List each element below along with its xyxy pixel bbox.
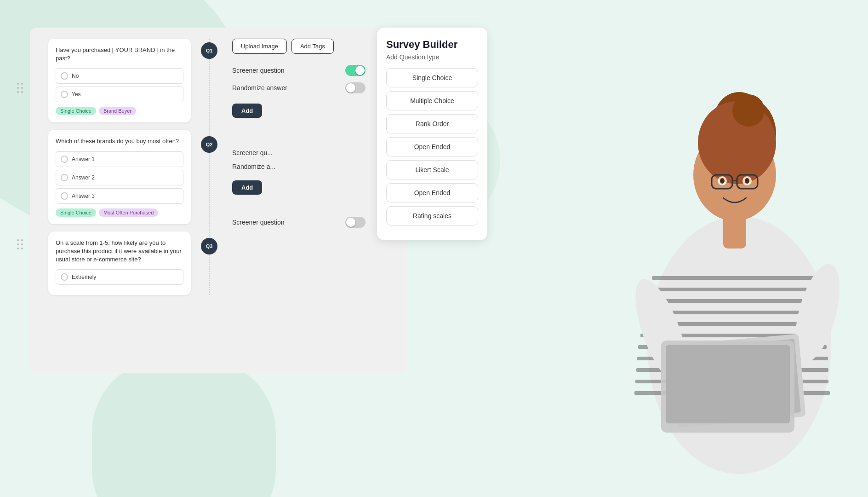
screener-label-3: Screener question [232,219,285,226]
drag-handle-q1[interactable] [17,83,24,94]
tag-single-choice-2: Single Choice [56,208,96,217]
answer-option-2-1[interactable]: Answer 1 [56,151,183,167]
radio-extremely[interactable] [61,273,68,281]
survey-builder-subtitle: Add Question type [386,53,478,61]
question-card-2: Which of these brands do you buy most of… [48,130,191,224]
question-card-3: On a scale from 1-5, how likely are you … [48,231,191,295]
add-tags-button[interactable]: Add Tags [291,39,334,54]
answer-label-3: Answer 3 [72,193,95,199]
svg-rect-31 [666,345,790,423]
qtype-rank-order[interactable]: Rank Order [386,114,478,133]
answer-label-yes: Yes [72,91,81,98]
q-badge-3: Q3 [201,238,217,254]
answer-label-no: No [72,73,79,79]
answer-option-2-3[interactable]: Answer 3 [56,188,183,204]
question-card-1: Have you purchased [ YOUR BRAND ] in the… [48,39,191,122]
question-text-1: Have you purchased [ YOUR BRAND ] in the… [56,46,183,63]
randomize-toggle-1[interactable] [345,82,365,93]
svg-rect-3 [650,288,827,291]
svg-point-28 [720,178,725,184]
qtype-multiple-choice[interactable]: Multiple Choice [386,91,478,110]
answer-label-extremely: Extremely [72,274,96,280]
tag-brand-buyer: Brand Buyer [99,107,136,115]
add-button-1[interactable]: Add [232,104,262,118]
answer-label-1: Answer 1 [72,156,95,162]
q-badge-1: Q1 [201,42,217,59]
svg-rect-2 [652,276,827,280]
radio-yes[interactable] [61,91,68,98]
survey-builder-panel: Survey Builder Add Question type Single … [377,28,487,240]
qtype-single-choice[interactable]: Single Choice [386,68,478,87]
radio-answer1[interactable] [61,156,68,163]
answer-option-1-2[interactable]: Yes [56,87,183,102]
answer-option-2-2[interactable]: Answer 2 [56,170,183,185]
tags-row-2: Single Choice Most Often Purchased [56,208,183,217]
randomize-label-1: Randomize answer [232,84,287,92]
divider-line [209,39,210,295]
screener-label-1: Screener question [232,67,285,74]
screener-toggle-1[interactable] [345,65,365,76]
tag-most-purchased: Most Often Purchased [99,208,158,217]
radio-answer2[interactable] [61,174,68,181]
bg-decoration-2 [92,359,276,497]
q3-settings: Screener question [232,217,365,234]
q1-settings: Screener question Randomize answer Add [232,65,365,118]
survey-builder-title: Survey Builder [386,39,478,51]
svg-point-22 [732,94,765,127]
person-image [546,0,868,497]
question-text-3: On a scale from 1-5, how likely are you … [56,239,183,264]
svg-point-29 [745,178,749,184]
top-action-buttons: Upload Image Add Tags [232,39,365,54]
upload-image-button[interactable]: Upload Image [232,39,287,54]
q-badge-2: Q2 [201,136,217,153]
tags-row-1: Single Choice Brand Buyer [56,107,183,115]
screener-indicator-2 [358,149,365,156]
answer-option-1-1[interactable]: No [56,68,183,84]
svg-rect-4 [647,299,827,303]
answer-label-2: Answer 2 [72,174,95,181]
tag-single-choice-1: Single Choice [56,107,96,115]
qtype-open-ended-2[interactable]: Open Ended [386,183,478,202]
question-text-2: Which of these brands do you buy most of… [56,137,183,145]
add-button-2[interactable]: Add [232,180,262,195]
screener-label-2: Screener qu... [232,149,273,156]
screener-toggle-3[interactable] [345,217,365,228]
answer-option-3-1[interactable]: Extremely [56,269,183,285]
randomize-label-2: Randomize a... [232,163,275,170]
qtype-rating-scales[interactable]: Rating scales [386,206,478,225]
drag-handle-q2[interactable] [17,239,24,250]
qtype-open-ended-1[interactable]: Open Ended [386,137,478,156]
radio-no[interactable] [61,72,68,80]
q2-settings: Screener qu... Randomize a... Add [232,149,365,195]
radio-answer3[interactable] [61,192,68,200]
qtype-likert-scale[interactable]: Likert Scale [386,160,478,179]
